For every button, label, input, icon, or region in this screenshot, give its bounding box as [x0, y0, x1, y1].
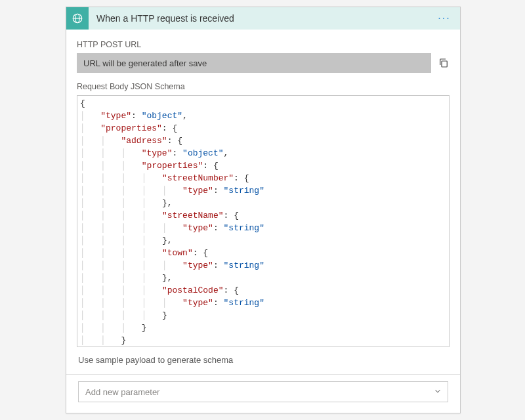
schema-code[interactable]: { │ "type": "object", │ "properties": { … — [80, 97, 446, 347]
chevron-down-icon — [433, 387, 442, 398]
copy-url-button[interactable] — [438, 57, 450, 69]
sample-payload-link[interactable]: Use sample payload to generate schema — [77, 347, 450, 374]
svg-rect-3 — [442, 61, 447, 67]
post-url-value: URL will be generated after save — [77, 53, 431, 73]
add-parameter-dropdown[interactable]: Add new parameter — [78, 381, 448, 402]
schema-label: Request Body JSON Schema — [77, 82, 450, 91]
add-parameter-placeholder: Add new parameter — [85, 387, 159, 397]
schema-editor[interactable]: { │ "type": "object", │ "properties": { … — [77, 95, 450, 347]
trigger-card: When a HTTP request is received ··· HTTP… — [66, 7, 461, 413]
trigger-header[interactable]: When a HTTP request is received ··· — [66, 7, 460, 30]
globe-icon — [66, 7, 89, 30]
trigger-menu-button[interactable]: ··· — [435, 12, 453, 24]
trigger-body: HTTP POST URL URL will be generated afte… — [66, 30, 460, 413]
post-url-row: URL will be generated after save — [77, 53, 450, 73]
trigger-title: When a HTTP request is received — [89, 13, 435, 24]
divider — [66, 374, 460, 375]
post-url-label: HTTP POST URL — [77, 40, 450, 49]
